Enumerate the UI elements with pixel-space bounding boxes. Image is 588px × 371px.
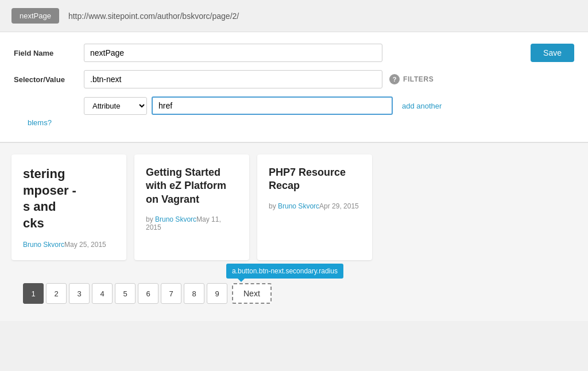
field-name-label: Field Name: [14, 49, 77, 57]
page-btn-1[interactable]: 1: [23, 283, 44, 304]
content-area: steringmposer -s andcks Bruno SkvorcMay …: [0, 143, 588, 321]
card-3-title: PHP7 Resource Recap: [269, 166, 361, 193]
form-section: Field Name Save Selector/Value ? FILTERS…: [0, 32, 588, 143]
card-2-meta: by Bruno SkvorcMay 11, 2015: [146, 215, 238, 231]
next-btn-wrapper: a.button.btn-next.secondary.radius Next: [232, 283, 272, 304]
pagination: 1 2 3 4 5 6 7 8 9 a.button.btn-next.seco…: [11, 277, 577, 310]
page-btn-3[interactable]: 3: [69, 283, 90, 304]
page-btn-9[interactable]: 9: [207, 283, 227, 304]
card-2: Getting Started with eZ Platform on Vagr…: [134, 154, 249, 260]
attribute-input[interactable]: [152, 96, 393, 115]
card-4: [380, 154, 495, 260]
card-2-author[interactable]: Bruno Skvorc: [155, 215, 196, 223]
card-3: PHP7 Resource Recap by Bruno SkvorcApr 2…: [257, 154, 372, 260]
save-button[interactable]: Save: [531, 44, 574, 62]
selector-label: Selector/Value: [14, 75, 77, 84]
selector-row: Selector/Value ? FILTERS: [14, 70, 574, 88]
attribute-select[interactable]: Attribute: [84, 97, 147, 115]
help-icon[interactable]: ?: [389, 74, 400, 84]
tooltip-bubble: a.button.btn-next.secondary.radius: [226, 264, 343, 279]
attribute-row: Attribute add another: [84, 96, 574, 115]
page-btn-2[interactable]: 2: [46, 283, 67, 304]
selector-input-group: ? FILTERS: [84, 70, 434, 88]
cards-row: steringmposer -s andcks Bruno SkvorcMay …: [11, 154, 577, 260]
card-1-title: steringmposer -s andcks: [23, 166, 115, 231]
card-1-author[interactable]: Bruno Skvorc: [23, 241, 64, 249]
card-1-meta: Bruno SkvorcMay 25, 2015: [23, 241, 115, 249]
field-tag: nextPage: [11, 8, 59, 24]
top-bar: nextPage http://www.sitepoint.com/author…: [0, 0, 588, 32]
page-url: http://www.sitepoint.com/author/bskvorc/…: [68, 11, 239, 21]
page-btn-7[interactable]: 7: [161, 283, 181, 304]
page-btn-8[interactable]: 8: [184, 283, 204, 304]
card-1: steringmposer -s andcks Bruno SkvorcMay …: [11, 154, 126, 260]
page-btn-6[interactable]: 6: [138, 283, 158, 304]
filters-group: ? FILTERS: [389, 74, 434, 84]
add-another-link[interactable]: add another: [402, 102, 442, 110]
selector-input[interactable]: [84, 70, 382, 88]
field-name-row: Field Name Save: [14, 44, 574, 62]
filters-label: FILTERS: [403, 75, 434, 83]
card-3-author[interactable]: Bruno Skvorc: [278, 202, 319, 210]
page-btn-5[interactable]: 5: [115, 283, 136, 304]
card-2-title: Getting Started with eZ Platform on Vagr…: [146, 166, 238, 206]
page-btn-4[interactable]: 4: [92, 283, 113, 304]
field-name-input[interactable]: [84, 44, 382, 62]
problems-link[interactable]: blems?: [14, 115, 574, 130]
card-3-meta: by Bruno SkvorcApr 29, 2015: [269, 202, 361, 210]
next-button[interactable]: Next: [232, 283, 272, 304]
